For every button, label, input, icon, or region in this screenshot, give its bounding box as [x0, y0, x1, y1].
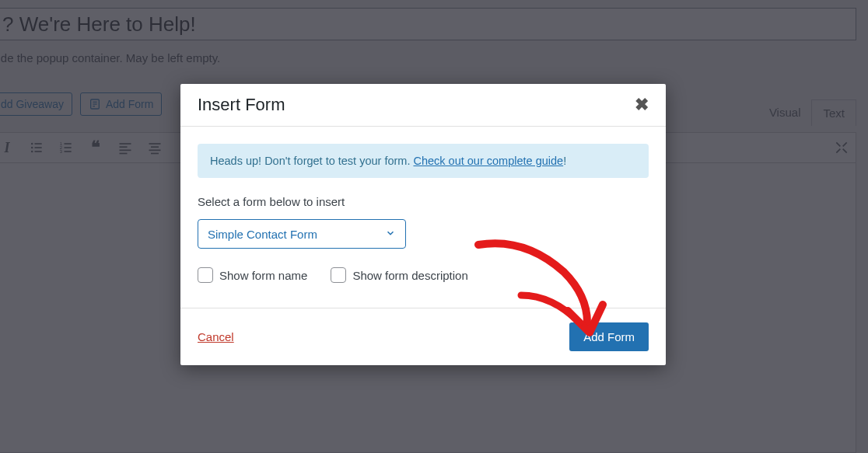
- show-form-description-checkbox[interactable]: Show form description: [331, 267, 467, 283]
- form-select-value: Simple Contact Form: [208, 228, 317, 241]
- checkbox-icon: [331, 267, 346, 283]
- show-desc-label: Show form description: [352, 269, 467, 282]
- guide-link[interactable]: Check out our complete guide: [413, 155, 563, 167]
- chevron-down-icon: [385, 228, 396, 241]
- heads-up-notice: Heads up! Don't forget to test your form…: [198, 144, 649, 178]
- notice-prefix: Heads up! Don't forget to test your form…: [210, 155, 413, 167]
- notice-suffix: !: [563, 155, 566, 167]
- show-form-name-checkbox[interactable]: Show form name: [198, 267, 307, 283]
- form-select[interactable]: Simple Contact Form: [198, 219, 406, 249]
- show-name-label: Show form name: [219, 269, 307, 282]
- cancel-button[interactable]: Cancel: [198, 330, 234, 343]
- close-icon[interactable]: ✖: [635, 95, 649, 115]
- checkbox-icon: [198, 267, 213, 283]
- insert-form-modal: Insert Form ✖ Heads up! Don't forget to …: [180, 84, 666, 365]
- modal-title: Insert Form: [198, 95, 285, 115]
- add-form-submit-button[interactable]: Add Form: [569, 322, 649, 351]
- select-form-label: Select a form below to insert: [198, 195, 649, 208]
